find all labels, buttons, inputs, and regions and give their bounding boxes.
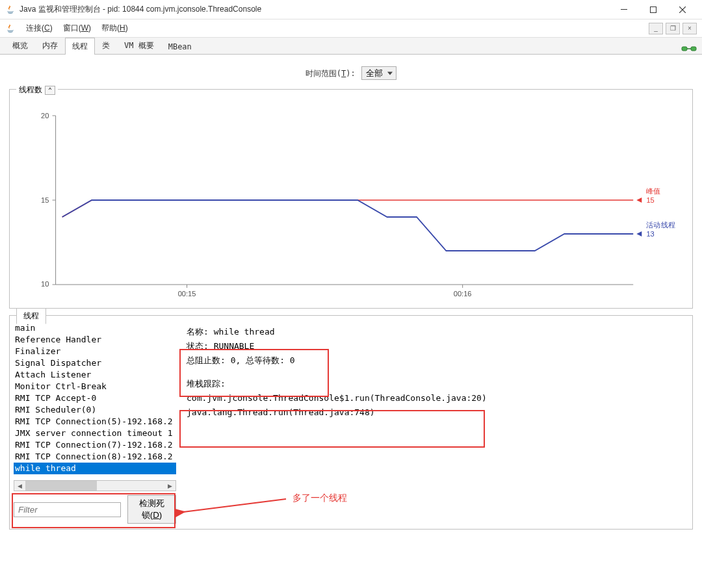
svg-rect-3 — [691, 47, 696, 51]
svg-marker-13 — [636, 231, 642, 236]
thread-item[interactable]: Monitor Ctrl-Break — [14, 381, 176, 392]
detail-waited-value: 0 — [290, 355, 295, 365]
y-tick-10: 10 — [41, 280, 49, 288]
active-value: 13 — [646, 230, 654, 238]
tab-overview[interactable]: 概览 — [5, 37, 35, 54]
scroll-left-button[interactable]: ◀ — [14, 481, 25, 491]
svg-rect-0 — [621, 9, 627, 10]
peak-label: 峰值 — [646, 187, 660, 195]
scroll-right-button[interactable]: ▶ — [164, 481, 176, 491]
detail-name-value: while thread — [214, 327, 275, 337]
y-tick-15: 15 — [41, 196, 49, 204]
mdi-close-button[interactable]: × — [682, 23, 697, 34]
detail-state-value: RUNNABLE — [214, 341, 255, 351]
thread-item[interactable]: while thread — [14, 463, 176, 474]
close-button[interactable] — [668, 0, 697, 19]
thread-list[interactable]: mainReference HandlerFinalizerSignal Dis… — [14, 322, 176, 476]
peak-value: 15 — [646, 196, 654, 204]
thread-item[interactable]: RMI TCP Connection(5)-192.168.2 — [14, 416, 176, 428]
thread-detail-panel: 名称: while thread 状态: RUNNABLE 总阻止数: 0, 总… — [181, 322, 688, 524]
detect-deadlock-button[interactable]: 检测死锁(D) — [127, 495, 176, 524]
thread-item[interactable]: RMI Scheduler(0) — [14, 404, 176, 416]
threads-panel: 线程 mainReference HandlerFinalizerSignal … — [9, 315, 693, 530]
time-range-select[interactable]: 全部 — [361, 66, 396, 80]
tab-classes[interactable]: 类 — [95, 37, 117, 54]
tab-memory[interactable]: 内存 — [35, 37, 65, 54]
threads-list-tab[interactable]: 线程 — [16, 308, 46, 324]
svg-rect-2 — [682, 47, 687, 51]
chart-expand-button[interactable]: ⌃ — [45, 86, 55, 95]
chart-title: 线程数 ⌃ — [16, 84, 58, 96]
time-range-label: 时间范围(T): — [306, 69, 356, 78]
y-tick-20: 20 — [41, 112, 49, 120]
time-range-row: 时间范围(T): 全部 — [6, 61, 696, 89]
detail-blocked-label: 总阻止数: — [187, 355, 231, 365]
connection-status-icon — [681, 44, 697, 54]
thread-count-chart: 20 15 10 00:15 00:16 峰值 15 活动线程 13 — [16, 96, 686, 304]
thread-count-chart-panel: 线程数 ⌃ 20 15 10 00:15 00:16 — [9, 89, 693, 309]
java-icon — [5, 5, 16, 15]
mdi-minimize-button[interactable]: _ — [649, 23, 663, 34]
thread-item[interactable]: Attach Listener — [14, 369, 176, 381]
stack-line-0: com.jvm.jconsole.ThreadConsole$1.run(Thr… — [187, 391, 683, 405]
tab-threads[interactable]: 线程 — [65, 38, 95, 55]
thread-item[interactable]: RMI TCP Connection(8)-192.168.2 — [14, 451, 176, 463]
maximize-button[interactable] — [638, 0, 668, 19]
mdi-controls: _ ❐ × — [649, 23, 697, 34]
detail-waited-label: , 总等待数: — [235, 355, 289, 365]
annotation-text: 多了一个线程 — [292, 492, 347, 504]
detail-stack-label: 堆栈跟踪: — [187, 377, 683, 391]
tabbar: 概览 内存 线程 类 VM 概要 MBean — [0, 38, 702, 55]
mdi-restore-button[interactable]: ❐ — [666, 23, 680, 34]
active-series-line — [62, 200, 634, 251]
detail-name-label: 名称: — [187, 327, 214, 337]
detail-state-label: 状态: — [187, 341, 214, 351]
minimize-button[interactable] — [609, 0, 638, 19]
menu-window[interactable]: 窗口(W) — [58, 20, 96, 36]
x-tick-1: 00:16 — [454, 290, 472, 298]
thread-item[interactable]: Finalizer — [14, 346, 176, 357]
thread-item[interactable]: RMI TCP Connection(7)-192.168.2 — [14, 439, 176, 451]
active-label: 活动线程 — [646, 221, 675, 229]
tab-vm-summary[interactable]: VM 概要 — [117, 37, 161, 54]
thread-item[interactable]: RMI TCP Accept-0 — [14, 392, 176, 404]
thread-item[interactable]: Signal Dispatcher — [14, 357, 176, 369]
tab-mbean[interactable]: MBean — [161, 39, 199, 54]
menu-help[interactable]: 帮助(H) — [96, 20, 133, 36]
x-tick-0: 00:15 — [178, 290, 196, 298]
thread-item[interactable]: Reference Handler — [14, 334, 176, 346]
svg-rect-1 — [650, 6, 656, 12]
svg-marker-12 — [636, 198, 642, 203]
window-titlebar: Java 监视和管理控制台 - pid: 10844 com.jvm.jcons… — [0, 0, 702, 19]
java-icon — [5, 23, 16, 34]
menu-connect[interactable]: 连接(C) — [21, 20, 58, 36]
stack-line-1: java.lang.Thread.run(Thread.java:748) — [187, 405, 683, 420]
menubar: 连接(C) 窗口(W) 帮助(H) _ ❐ × — [0, 19, 702, 38]
peak-series-line — [62, 200, 634, 217]
hscrollbar[interactable]: ◀ ▶ — [14, 480, 176, 491]
window-title: Java 监视和管理控制台 - pid: 10844 com.jvm.jcons… — [20, 4, 609, 15]
thread-item[interactable]: JMX server connection timeout 1 — [14, 428, 176, 439]
filter-input[interactable] — [14, 502, 121, 517]
scroll-thumb[interactable] — [25, 481, 97, 491]
window-controls — [609, 0, 697, 19]
